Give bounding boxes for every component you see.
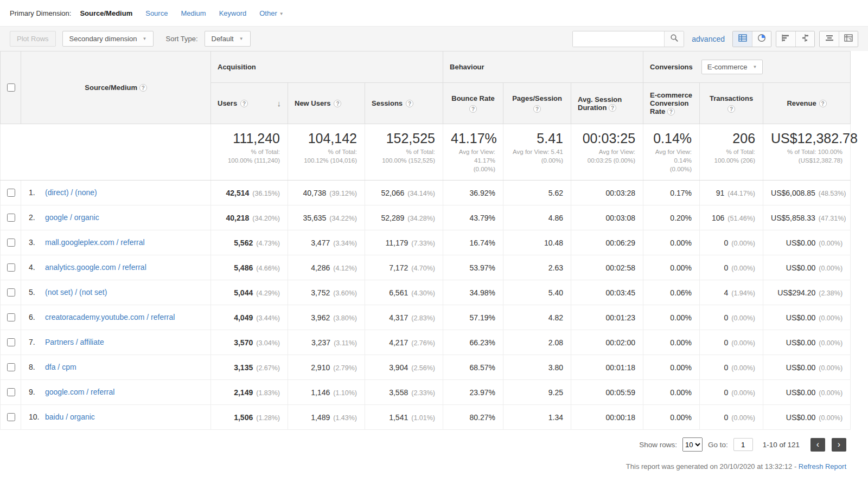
avg-session-duration-cell: 00:02:00 xyxy=(571,330,643,355)
source-medium-column-header[interactable]: Source/Medium ? xyxy=(21,51,211,124)
source-medium-link[interactable]: mall.googleplex.com / referral xyxy=(45,237,145,248)
source-medium-link[interactable]: analytics.google.com / referral xyxy=(45,262,146,273)
summary-empty-cell xyxy=(1,124,211,181)
performance-view-button[interactable] xyxy=(776,31,795,47)
column-header-new-users[interactable]: New Users? xyxy=(288,83,365,124)
prev-page-button[interactable]: ‹ xyxy=(810,438,825,452)
pagination-range: 1-10 of 121 xyxy=(763,441,800,449)
row-checkbox[interactable] xyxy=(7,214,15,222)
new-users-cell: 1,489(1.43%) xyxy=(288,405,365,430)
row-checkbox[interactable] xyxy=(7,313,15,321)
tab-other[interactable]: Other▼ xyxy=(259,9,283,17)
row-index: 9. xyxy=(29,388,45,396)
secondary-dimension-dropdown[interactable]: Secondary dimension ▼ xyxy=(62,31,154,47)
view-switcher xyxy=(732,31,858,47)
help-icon[interactable]: ? xyxy=(334,100,341,107)
search-icon xyxy=(670,34,679,44)
select-all-checkbox[interactable] xyxy=(7,83,15,92)
source-medium-link[interactable]: google.com / referral xyxy=(45,387,114,397)
column-header-sessions[interactable]: Sessions? xyxy=(365,83,443,124)
source-medium-link[interactable]: google / organic xyxy=(45,212,99,223)
row-checkbox[interactable] xyxy=(7,363,15,371)
percentage-view-button[interactable] xyxy=(752,31,771,47)
ecommerce-conversion-rate-cell: 0.06% xyxy=(643,280,700,305)
help-icon[interactable]: ? xyxy=(139,84,147,92)
row-checkbox[interactable] xyxy=(7,239,15,247)
chevron-down-icon: ▼ xyxy=(239,36,244,41)
row-checkbox[interactable] xyxy=(7,388,15,396)
goto-page-input[interactable] xyxy=(733,438,753,451)
transactions-cell: 0(0.00%) xyxy=(700,230,763,255)
table-row: 4. analytics.google.com / referral 5,486… xyxy=(1,255,851,280)
column-header-bounce-rate[interactable]: Bounce Rate? xyxy=(443,83,503,124)
pages-session-cell: 5.62 xyxy=(503,181,571,205)
chevron-down-icon: ▼ xyxy=(143,36,147,41)
data-view-button[interactable] xyxy=(733,31,752,47)
row-index: 6. xyxy=(29,313,45,321)
row-checkbox[interactable] xyxy=(7,189,15,197)
tab-source-medium[interactable]: Source/Medium xyxy=(80,9,132,17)
bounce-rate-cell: 36.92% xyxy=(443,181,503,205)
source-medium-link[interactable]: creatoracademy.youtube.com / referral xyxy=(45,312,175,323)
row-index: 7. xyxy=(29,338,45,346)
conversions-goal-selector[interactable]: E-commerce ▼ xyxy=(701,60,763,74)
show-rows-select[interactable]: 10 xyxy=(682,437,703,452)
avg-session-duration-cell: 00:00:18 xyxy=(571,405,643,430)
source-medium-link[interactable]: baidu / organic xyxy=(45,412,95,422)
help-icon[interactable]: ? xyxy=(727,105,735,113)
row-checkbox[interactable] xyxy=(7,413,15,421)
row-checkbox[interactable] xyxy=(7,288,15,297)
comparison-view-button[interactable] xyxy=(795,31,814,47)
help-icon[interactable]: ? xyxy=(406,100,413,107)
row-checkbox[interactable] xyxy=(7,338,15,346)
column-header-avg-session-duration[interactable]: Avg. Session Duration ? xyxy=(571,83,643,124)
term-cloud-icon xyxy=(825,33,834,44)
advanced-link[interactable]: advanced xyxy=(692,35,725,43)
summary-bounce-rate: 41.17%Avg for View: 41.17% (0.00%) xyxy=(443,124,503,181)
help-icon[interactable]: ? xyxy=(240,100,248,107)
search-button[interactable] xyxy=(664,31,684,47)
source-medium-link[interactable]: (direct) / (none) xyxy=(45,188,97,198)
chevron-down-icon: ▼ xyxy=(752,65,757,69)
tab-other-label: Other xyxy=(259,9,277,17)
tab-medium[interactable]: Medium xyxy=(181,9,206,17)
sort-type-dropdown[interactable]: Default ▼ xyxy=(205,31,251,47)
refresh-report-link[interactable]: Refresh Report xyxy=(799,462,846,471)
sort-type-value: Default xyxy=(212,35,234,43)
column-header-ecommerce-conversion-rate[interactable]: E-commerce Conversion Rate ? xyxy=(643,83,700,124)
avg-session-duration-cell: 00:01:18 xyxy=(571,355,643,380)
help-icon[interactable]: ? xyxy=(469,105,477,113)
ecommerce-conversion-rate-cell: 0.00% xyxy=(643,380,700,405)
column-header-users[interactable]: Users ? ↓ xyxy=(211,83,288,124)
pivot-view-button[interactable] xyxy=(839,31,858,47)
table-icon xyxy=(738,33,748,44)
new-users-cell: 3,477(3.34%) xyxy=(288,230,365,255)
report-footer: This report was generated on 20/10/2020 … xyxy=(0,452,868,471)
column-header-revenue[interactable]: Revenue? xyxy=(763,83,851,124)
next-page-button[interactable]: › xyxy=(832,438,846,452)
revenue-cell: US$0.00(0.00%) xyxy=(763,405,851,430)
ecommerce-conversion-rate-cell: 0.00% xyxy=(643,405,700,430)
revenue-cell: US$5,858.33(47.31%) xyxy=(763,205,851,230)
help-icon[interactable]: ? xyxy=(819,100,827,107)
search-input[interactable] xyxy=(573,31,664,47)
group-header-behaviour: Behaviour xyxy=(443,51,643,83)
help-icon[interactable]: ? xyxy=(609,104,616,112)
source-medium-link[interactable]: Partners / affiliate xyxy=(45,337,104,347)
new-users-cell: 3,962(3.80%) xyxy=(288,305,365,330)
tab-keyword[interactable]: Keyword xyxy=(219,9,247,17)
source-medium-link[interactable]: (not set) / (not set) xyxy=(45,287,107,298)
source-medium-link[interactable]: dfa / cpm xyxy=(45,362,76,372)
column-header-pages-session[interactable]: Pages/Session? xyxy=(503,83,571,124)
help-icon[interactable]: ? xyxy=(533,105,541,113)
ecommerce-conversion-rate-cell: 0.00% xyxy=(643,305,700,330)
users-cell: 5,486(4.66%) xyxy=(211,255,288,280)
tab-source[interactable]: Source xyxy=(145,9,168,17)
help-icon[interactable]: ? xyxy=(667,108,675,115)
term-cloud-view-button[interactable] xyxy=(820,31,839,47)
column-header-transactions[interactable]: Transactions? xyxy=(700,83,763,124)
plot-rows-button[interactable]: Plot Rows xyxy=(10,31,56,47)
primary-dimension-bar: Primary Dimension: Source/Medium Source … xyxy=(0,0,868,26)
avg-session-duration-cell: 00:05:59 xyxy=(571,380,643,405)
row-checkbox[interactable] xyxy=(7,263,15,272)
